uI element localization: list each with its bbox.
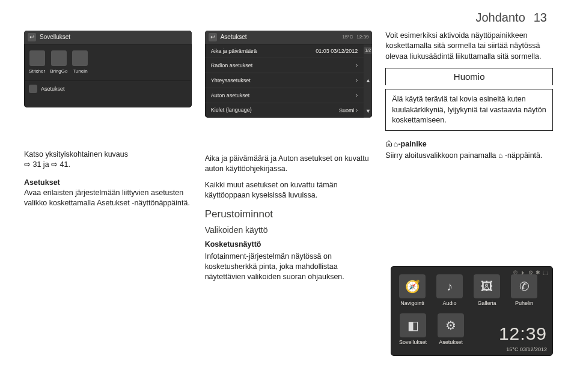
screenshot-settings: ↩ Asetukset 15°C 12:39 Aika ja päivämäär… <box>205 31 373 118</box>
scrollbar: 1/2 ▲ ▼ <box>364 44 372 118</box>
home-tile: ♪Audio <box>436 274 463 306</box>
home-button-heading: ⌂-painike <box>385 139 553 149</box>
apps-title: Sovellukset <box>40 33 188 41</box>
col3-p1: Voit esimerkiksi aktivoida näyttöpainikk… <box>385 31 553 62</box>
status-time: 12:39 <box>356 34 368 40</box>
home-clock: 12:39 <box>499 324 547 344</box>
settings-row: Kielet (language)Suomi › <box>205 103 364 118</box>
scroll-down-icon: ▼ <box>365 107 371 115</box>
asetukset-heading: Asetukset <box>24 178 192 188</box>
settings-title: Asetukset <box>221 33 339 41</box>
ref-text: Katso yksityiskohtainen kuvaus ⇨ 31 ja ⇨… <box>24 149 192 170</box>
asetukset-body: Avaa erilaisten järjestelmään liittyvien… <box>24 188 192 209</box>
home-tile: ⚙Asetukset <box>438 313 464 345</box>
home-tile: ◧Sovellukset <box>399 313 427 345</box>
settings-row: Yhteysasetukset› <box>205 73 364 88</box>
topic-title: Kosketusnäyttö <box>205 240 373 250</box>
home-tile: 🧭Navigointi <box>399 274 426 306</box>
back-icon: ↩ <box>209 33 217 41</box>
app-tile: BringGo <box>50 50 67 74</box>
home-tile: ✆Puhelin <box>511 274 537 306</box>
col2-p1: Aika ja päivämäärä ja Auton asetukset on… <box>205 154 373 175</box>
notice-title: Huomio <box>385 68 553 86</box>
screenshot-home: ℗ ⏵ ⚙ ✱ ⬚ 🧭Navigointi ♪Audio 🖼Galleria ✆… <box>391 266 553 356</box>
status-icons: ℗ ⏵ ⚙ ✱ ⬚ <box>513 270 548 276</box>
section-title: Perustoiminnot <box>205 207 373 221</box>
settings-row: Aika ja päivämäärä01:03 03/12/2012 <box>205 44 364 58</box>
col2-body: Infotainment-järjestelmän näytössä on ko… <box>205 252 373 283</box>
app-tile: TuneIn <box>72 50 88 74</box>
home-tile: 🖼Galleria <box>474 274 500 306</box>
subsection-title: Valikoiden käyttö <box>205 225 373 236</box>
home-icon <box>385 140 392 147</box>
settings-row: Auton asetukset› <box>205 88 364 103</box>
back-icon: ↩ <box>28 33 36 41</box>
screenshot-apps: ↩ Sovellukset Stitcher BringGo TuneIn As… <box>24 31 192 107</box>
settings-row: Radion asetukset› <box>205 58 364 73</box>
col2-p2: Kaikki muut asetukset on kuvattu tämän k… <box>205 180 373 201</box>
page-number: 13 <box>534 11 547 25</box>
app-tile: Stitcher <box>29 50 45 74</box>
scroll-up-icon: ▲ <box>365 77 371 84</box>
apps-footer: Asetukset <box>41 85 65 92</box>
home-button-body: Siirry aloitusvalikkoon painamalla ⌂ -nä… <box>385 151 553 161</box>
home-date: 15°C 03/12/2012 <box>506 346 547 352</box>
gear-icon <box>29 85 37 93</box>
status-temp: 15°C <box>342 34 353 40</box>
page-title: Johdanto <box>475 11 525 25</box>
notice-box: Älä käytä teräviä tai kovia esineitä kut… <box>385 89 553 131</box>
